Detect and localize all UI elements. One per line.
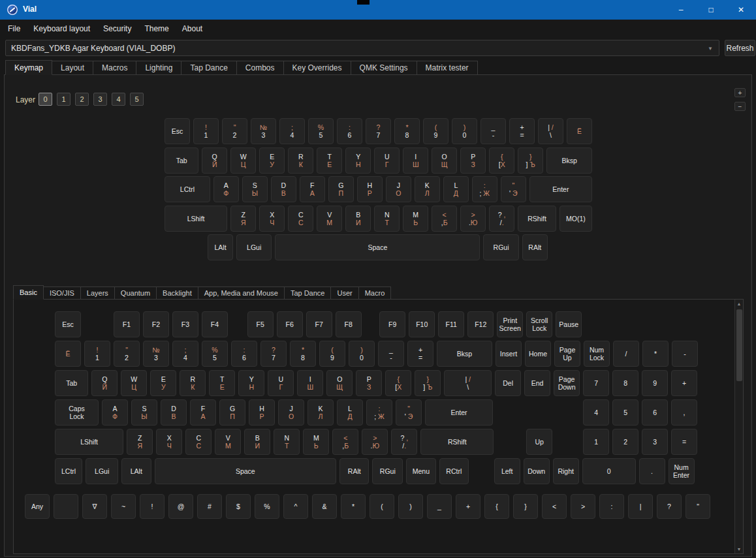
refresh-button[interactable]: Refresh	[725, 40, 755, 56]
key[interactable]: "2	[222, 118, 247, 144]
key[interactable]: *	[341, 494, 366, 519]
key[interactable]: VМ	[317, 206, 342, 232]
key[interactable]: 6	[642, 399, 668, 426]
key[interactable]: &	[312, 494, 337, 519]
key[interactable]: Left	[494, 458, 520, 484]
key[interactable]: +=	[509, 118, 535, 144]
key[interactable]: LAlt	[121, 458, 151, 484]
key[interactable]: >	[571, 494, 595, 519]
key[interactable]: >.Ю	[362, 429, 388, 455]
layer-button-2[interactable]: 2	[75, 93, 89, 106]
key[interactable]: ZЯ	[127, 429, 153, 455]
picker-tab-iso-jis[interactable]: ISO/JIS	[44, 287, 81, 300]
scrollbar[interactable]: ▲ ▼	[734, 300, 743, 553]
key[interactable]: LShift	[55, 429, 123, 455]
key[interactable]: KЛ	[415, 176, 440, 202]
key[interactable]: )0	[349, 341, 375, 367]
key[interactable]: Esc	[165, 118, 190, 144]
layer-button-3[interactable]: 3	[93, 93, 107, 106]
key[interactable]: _-	[378, 341, 404, 367]
picker-tab-quantum[interactable]: Quantum	[115, 287, 157, 300]
key[interactable]: ^	[283, 494, 308, 519]
key[interactable]: OЩ	[326, 370, 353, 396]
key[interactable]: LД	[443, 176, 469, 202]
key[interactable]: XЧ	[156, 429, 182, 455]
menu-item-keyboard-layout[interactable]: Keyboard layout	[27, 24, 97, 33]
key[interactable]: Ё	[55, 341, 81, 367]
layer-button-5[interactable]: 5	[130, 93, 144, 106]
picker-tab-tap-dance[interactable]: Tap Dance	[285, 287, 332, 300]
key[interactable]: >.Ю	[460, 206, 486, 232]
key[interactable]: RAlt	[522, 234, 548, 260]
scroll-up-icon[interactable]: ▲	[735, 300, 743, 308]
key[interactable]: SЫ	[242, 176, 268, 202]
key[interactable]: }] Ъ	[518, 147, 543, 174]
key[interactable]: %5	[308, 118, 334, 144]
key[interactable]: F11	[438, 311, 464, 337]
key[interactable]: EУ	[150, 370, 176, 396]
layer-button-4[interactable]: 4	[112, 93, 125, 106]
key[interactable]: /	[613, 341, 639, 367]
key[interactable]: Bksp	[437, 341, 492, 367]
key[interactable]: RGui	[483, 234, 518, 260]
key[interactable]: ?7	[366, 118, 391, 144]
key[interactable]: AФ	[102, 399, 128, 426]
key[interactable]: <,Б	[332, 429, 358, 455]
key[interactable]: Esc	[55, 311, 81, 337]
key[interactable]: NumEnter	[669, 458, 695, 484]
key[interactable]: F12	[467, 311, 494, 337]
key[interactable]: |	[628, 494, 653, 519]
key[interactable]: PageDown	[554, 370, 580, 396]
key[interactable]: Enter	[425, 399, 493, 426]
key[interactable]: {	[484, 494, 509, 519]
key[interactable]: (9	[319, 341, 345, 367]
key[interactable]: Up	[526, 429, 552, 455]
key[interactable]: #	[197, 494, 222, 519]
key[interactable]: F7	[306, 311, 332, 337]
layer-button-1[interactable]: 1	[57, 93, 71, 106]
key[interactable]: AФ	[213, 176, 239, 202]
key[interactable]: ?	[657, 494, 682, 519]
key[interactable]: :	[599, 494, 624, 519]
key[interactable]: _	[427, 494, 452, 519]
key[interactable]: $	[226, 494, 251, 519]
key[interactable]: Tab	[165, 147, 198, 174]
key[interactable]: | /\	[538, 118, 563, 144]
key[interactable]: CС	[288, 206, 313, 232]
key[interactable]: LД	[337, 399, 363, 426]
key[interactable]: RShift	[420, 429, 494, 455]
key[interactable]: *	[642, 341, 669, 367]
tab-combos[interactable]: Combos	[237, 61, 284, 75]
key[interactable]: LCtrl	[55, 458, 82, 484]
key[interactable]: VМ	[215, 429, 241, 455]
key[interactable]: MO(1)	[559, 206, 592, 232]
key[interactable]: GП	[219, 399, 245, 426]
key[interactable]: ,	[671, 399, 697, 426]
key[interactable]: Tab	[55, 370, 88, 396]
key[interactable]: DВ	[161, 399, 187, 426]
key[interactable]: .	[639, 458, 665, 484]
key[interactable]: ? ,/.	[489, 206, 514, 232]
key[interactable]: JО	[278, 399, 304, 426]
key[interactable]: (	[370, 494, 394, 519]
key[interactable]: @	[168, 494, 193, 519]
key[interactable]: MЬ	[303, 429, 329, 455]
key[interactable]: "2	[114, 341, 140, 367]
key[interactable]: ;4	[279, 118, 305, 144]
key[interactable]: LCtrl	[165, 176, 210, 202]
key[interactable]: :; Ж	[366, 399, 392, 426]
key[interactable]: Del	[495, 370, 521, 396]
key[interactable]: "' Э	[501, 176, 526, 202]
key[interactable]: PЗ	[356, 370, 382, 396]
key[interactable]: )0	[452, 118, 477, 144]
key[interactable]: DВ	[271, 176, 296, 202]
key[interactable]: 1	[583, 429, 609, 455]
key[interactable]: Right	[553, 458, 579, 484]
key[interactable]: :6	[337, 118, 362, 144]
key[interactable]: IШ	[297, 370, 323, 396]
key[interactable]: F9	[379, 311, 405, 337]
key[interactable]: RCtrl	[439, 458, 469, 484]
key[interactable]: 5	[612, 399, 638, 426]
key[interactable]: YН	[345, 147, 371, 174]
key[interactable]: PrintScreen	[497, 311, 523, 337]
